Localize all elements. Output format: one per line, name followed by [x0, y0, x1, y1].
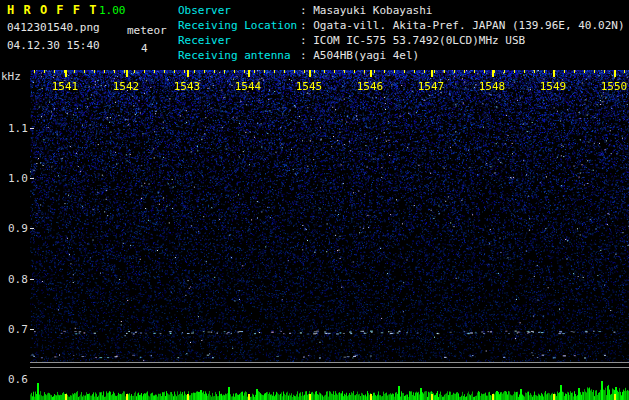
- info-row-observer: Observer: Masayuki Kobayashi: [178, 3, 625, 18]
- info-label: Observer: [178, 3, 300, 18]
- y-tick-label: 0.7: [8, 323, 28, 336]
- info-value: : Ogata-vill. Akita-Pref. JAPAN (139.96E…: [300, 19, 625, 32]
- x-tick-label: 1545: [296, 80, 323, 93]
- info-row-antenna: Receiving antenna: A504HB(yagi 4el): [178, 48, 625, 63]
- app-title: H R O F F T: [7, 3, 97, 17]
- x-tick-label: 1544: [235, 80, 262, 93]
- x-tick-label: 1550: [601, 80, 628, 93]
- station-info: Observer: Masayuki Kobayashi Receiving L…: [178, 3, 625, 63]
- x-tick-label: 1542: [113, 80, 140, 93]
- info-row-location: Receiving Location: Ogata-vill. Akita-Pr…: [178, 18, 625, 33]
- x-tick-label: 1547: [418, 80, 445, 93]
- info-value: : A504HB(yagi 4el): [300, 49, 419, 62]
- y-tick-label: 1.0: [8, 172, 28, 185]
- output-filename: 0412301540.png: [7, 21, 100, 34]
- x-tick-label: 1546: [357, 80, 384, 93]
- y-axis-unit-label: kHz: [1, 70, 21, 83]
- y-tick-label: 0.9: [8, 222, 28, 235]
- mode-label: meteor: [127, 24, 167, 37]
- info-label: Receiving Location: [178, 18, 300, 33]
- info-value: : Masayuki Kobayashi: [300, 4, 432, 17]
- y-tick-label: 0.6: [8, 373, 28, 386]
- info-label: Receiving antenna: [178, 48, 300, 63]
- hrofft-window: H R O F F T 1.00 0412301540.png meteor 0…: [0, 0, 629, 400]
- timestamp: 04.12.30 15:40: [7, 39, 100, 52]
- x-tick-label: 1541: [52, 80, 79, 93]
- spectrogram-canvas: [30, 70, 629, 362]
- y-tick-label: 1.1: [8, 122, 28, 135]
- x-tick-label: 1543: [174, 80, 201, 93]
- meteor-count: 4: [141, 42, 148, 55]
- x-tick-label: 1548: [479, 80, 506, 93]
- info-value: : ICOM IC-575 53.7492(0LCD)MHz USB: [300, 34, 525, 47]
- y-tick-label: 0.8: [8, 273, 28, 286]
- info-row-receiver: Receiver: ICOM IC-575 53.7492(0LCD)MHz U…: [178, 33, 625, 48]
- x-tick-label: 1549: [540, 80, 567, 93]
- app-version: 1.00: [99, 4, 126, 17]
- info-label: Receiver: [178, 33, 300, 48]
- signal-level-canvas: [30, 362, 629, 400]
